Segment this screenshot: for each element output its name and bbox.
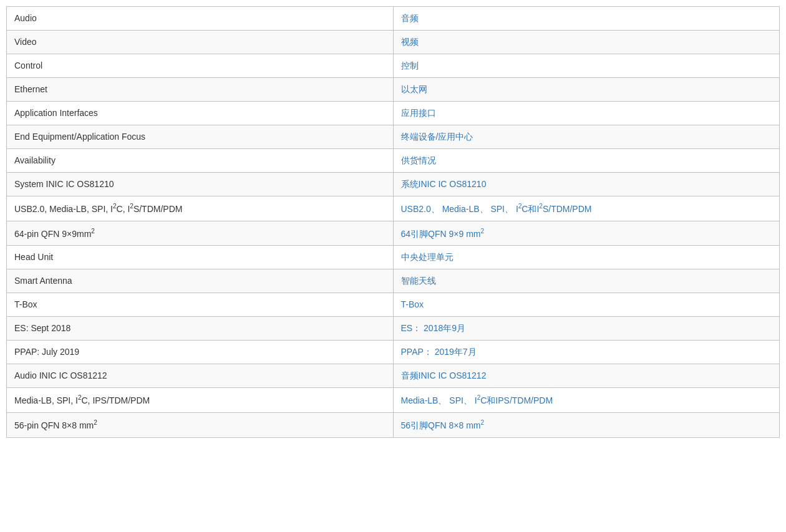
cell-zh: Media-LB、 SPI、 I2C和IPS/TDM/PDM [393, 388, 780, 413]
table-row: Audio音频 [7, 7, 780, 31]
cell-zh: USB2.0、 Media-LB、 SPI、 I2C和I2S/TDM/PDM [393, 196, 780, 221]
cell-zh: 音频 [393, 7, 780, 31]
cell-zh: 64引脚QFN 9×9 mm2 [393, 221, 780, 246]
cell-zh: 视频 [393, 31, 780, 54]
table-row: 64-pin QFN 9×9mm264引脚QFN 9×9 mm2 [7, 221, 780, 246]
table-row: Head Unit中央处理单元 [7, 246, 780, 269]
cell-en: Head Unit [7, 246, 394, 269]
table-row: Smart Antenna智能天线 [7, 269, 780, 293]
cell-zh: 应用接口 [393, 102, 780, 125]
cell-en: Video [7, 31, 394, 54]
main-container: Audio音频Video视频Control控制Ethernet以太网Applic… [0, 0, 786, 444]
cell-zh: 以太网 [393, 78, 780, 102]
table-row: Video视频 [7, 31, 780, 54]
cell-en: Smart Antenna [7, 269, 394, 293]
cell-en: End Equipment/Application Focus [7, 125, 394, 149]
table-row: Availability供货情况 [7, 149, 780, 173]
cell-en: Control [7, 54, 394, 78]
cell-en: 56-pin QFN 8×8 mm2 [7, 412, 394, 437]
cell-zh: ES： 2018年9月 [393, 317, 780, 341]
cell-zh: PPAP： 2019年7月 [393, 341, 780, 364]
cell-zh: 控制 [393, 54, 780, 78]
cell-zh: 供货情况 [393, 149, 780, 173]
cell-en: USB2.0, Media-LB, SPI, I2C, I2S/TDM/PDM [7, 196, 394, 221]
table-row: Control控制 [7, 54, 780, 78]
table-row: T-BoxT-Box [7, 293, 780, 317]
cell-en: T-Box [7, 293, 394, 317]
data-table: Audio音频Video视频Control控制Ethernet以太网Applic… [6, 6, 780, 438]
table-row: Audio INIC IC OS81212音频INIC IC OS81212 [7, 364, 780, 388]
cell-en: Media-LB, SPI, I2C, IPS/TDM/PDM [7, 388, 394, 413]
table-row: PPAP: July 2019PPAP： 2019年7月 [7, 341, 780, 364]
cell-en: System INIC IC OS81210 [7, 173, 394, 196]
cell-en: Availability [7, 149, 394, 173]
cell-en: ES: Sept 2018 [7, 317, 394, 341]
cell-zh: T-Box [393, 293, 780, 317]
table-row: System INIC IC OS81210系统INIC IC OS81210 [7, 173, 780, 196]
cell-zh: 音频INIC IC OS81212 [393, 364, 780, 388]
table-row: End Equipment/Application Focus终端设备/应用中心 [7, 125, 780, 149]
cell-en: PPAP: July 2019 [7, 341, 394, 364]
cell-zh: 56引脚QFN 8×8 mm2 [393, 412, 780, 437]
cell-en: Audio INIC IC OS81212 [7, 364, 394, 388]
cell-en: 64-pin QFN 9×9mm2 [7, 221, 394, 246]
cell-en: Ethernet [7, 78, 394, 102]
cell-zh: 终端设备/应用中心 [393, 125, 780, 149]
cell-zh: 智能天线 [393, 269, 780, 293]
table-row: Media-LB, SPI, I2C, IPS/TDM/PDMMedia-LB、… [7, 388, 780, 413]
cell-en: Audio [7, 7, 394, 31]
cell-zh: 中央处理单元 [393, 246, 780, 269]
table-row: Application Interfaces应用接口 [7, 102, 780, 125]
cell-en: Application Interfaces [7, 102, 394, 125]
table-row: Ethernet以太网 [7, 78, 780, 102]
table-row: ES: Sept 2018ES： 2018年9月 [7, 317, 780, 341]
cell-zh: 系统INIC IC OS81210 [393, 173, 780, 196]
table-row: USB2.0, Media-LB, SPI, I2C, I2S/TDM/PDMU… [7, 196, 780, 221]
table-row: 56-pin QFN 8×8 mm256引脚QFN 8×8 mm2 [7, 412, 780, 437]
